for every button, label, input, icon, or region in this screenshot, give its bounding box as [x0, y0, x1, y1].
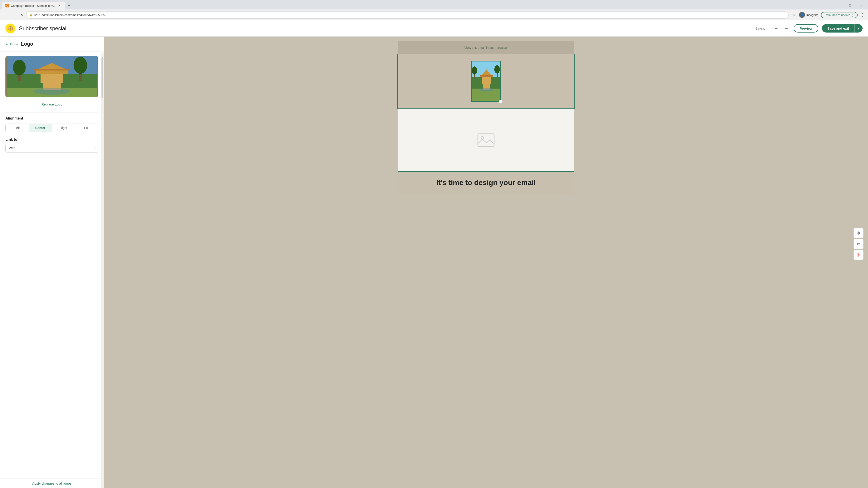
- tab-favicon: C: [5, 4, 9, 7]
- apply-changes-button[interactable]: Apply changes to all logos: [0, 479, 104, 488]
- done-label: Done: [10, 42, 18, 46]
- link-to-select[interactable]: Web Email Phone File: [5, 144, 98, 153]
- save-exit-button[interactable]: Save and exit: [822, 24, 855, 33]
- logo-canvas-svg: [472, 61, 501, 102]
- logo-temple-svg: [5, 56, 98, 97]
- lock-icon: 🔒: [29, 13, 33, 17]
- alignment-group: Left Center Right Full: [5, 124, 98, 132]
- canvas-area[interactable]: View this email in your browser: [104, 37, 868, 488]
- align-center-button[interactable]: Center: [29, 124, 52, 132]
- incognito-button[interactable]: 👤 Incognito: [797, 11, 820, 19]
- move-icon: ✥: [857, 231, 860, 236]
- mailchimp-logo-icon: 🐵: [7, 26, 13, 31]
- left-panel: ← Done Logo: [0, 37, 104, 488]
- mailchimp-logo: 🐵: [5, 24, 16, 33]
- header-actions: Saving... ↩ ↪ Preview Save and exit ▾: [755, 24, 863, 33]
- reload-button[interactable]: ↻: [18, 11, 25, 19]
- link-to-label: Link to: [5, 138, 98, 142]
- tab-bar: C Campaign Builder - Sample Tem... ✕ + ─…: [0, 0, 868, 9]
- footer-heading: It's time to design your email: [402, 178, 569, 187]
- duplicate-tool-button[interactable]: ⧉: [854, 239, 864, 249]
- window-controls: ─ ❐ ✕: [834, 2, 866, 9]
- svg-point-24: [472, 66, 477, 74]
- undo-redo-group: ↩ ↪: [772, 24, 790, 33]
- svg-point-9: [34, 88, 70, 95]
- delete-tool-button[interactable]: 🗑: [854, 250, 864, 260]
- preview-button[interactable]: Preview: [794, 24, 818, 33]
- done-button[interactable]: ← Done: [5, 42, 18, 46]
- incognito-avatar: 👤: [799, 12, 805, 18]
- relaunch-menu-icon: ⋮: [851, 13, 854, 17]
- redo-button[interactable]: ↪: [782, 24, 790, 33]
- forward-button[interactable]: →: [10, 11, 17, 19]
- view-in-browser-link[interactable]: View this email in your browser: [464, 46, 508, 50]
- logo-canvas-image[interactable]: [471, 61, 501, 102]
- incognito-label: Incognito: [806, 13, 818, 17]
- alignment-label: Alignment: [5, 116, 98, 121]
- link-select-wrapper: Web Email Phone File ▾: [5, 144, 98, 153]
- email-browser-link-bar: View this email in your browser: [398, 41, 574, 54]
- window-minimize-button[interactable]: ─: [834, 2, 844, 9]
- email-footer-section: It's time to design your email: [398, 172, 574, 194]
- svg-point-13: [74, 57, 87, 74]
- done-arrow-icon: ←: [5, 42, 9, 46]
- align-full-button[interactable]: Full: [75, 124, 98, 132]
- tab-title: Campaign Builder - Sample Tem...: [11, 4, 56, 7]
- back-button[interactable]: ←: [2, 11, 9, 19]
- bookmark-star-icon[interactable]: ☆: [792, 12, 796, 18]
- svg-rect-27: [478, 134, 494, 147]
- campaign-title[interactable]: Subbscriber special: [19, 25, 66, 32]
- browser-menu-button[interactable]: ⋮: [859, 11, 866, 18]
- divider-1: [5, 112, 98, 113]
- url-text: us21.admin.mailchimp.com/email/editor?id…: [34, 13, 786, 17]
- resize-handle[interactable]: [499, 100, 502, 103]
- undo-button[interactable]: ↩: [772, 24, 780, 33]
- email-canvas: View this email in your browser: [398, 41, 574, 484]
- canvas-tools: ✥ ⧉ 🗑: [854, 228, 864, 260]
- main-layout: ← Done Logo: [0, 37, 868, 488]
- save-exit-dropdown-button[interactable]: ▾: [855, 24, 863, 33]
- address-bar[interactable]: 🔒 us21.admin.mailchimp.com/email/editor?…: [26, 11, 789, 19]
- window-maximize-button[interactable]: ❐: [845, 2, 855, 9]
- saving-status: Saving...: [755, 26, 768, 30]
- svg-rect-20: [480, 75, 493, 76]
- nav-bar: ← → ↻ 🔒 us21.admin.mailchimp.com/email/e…: [0, 9, 868, 20]
- scroll-thumb[interactable]: [101, 57, 103, 98]
- panel-content: Replace Logo Alignment Left Center Right…: [0, 52, 104, 479]
- replace-logo-button[interactable]: Replace Logo: [5, 101, 98, 107]
- relaunch-label: Relaunch to update: [825, 13, 850, 17]
- svg-rect-18: [482, 76, 491, 84]
- svg-point-11: [13, 60, 26, 75]
- svg-point-22: [480, 88, 493, 92]
- save-exit-group: Save and exit ▾: [822, 24, 863, 33]
- logo-container[interactable]: [471, 61, 501, 102]
- image-placeholder-content: [477, 133, 495, 147]
- image-placeholder-icon: [477, 133, 495, 147]
- panel-scrollbar[interactable]: [101, 53, 104, 488]
- app-header: 🐵 Subbscriber special Saving... ↩ ↪ Prev…: [0, 20, 868, 37]
- email-logo-section[interactable]: [398, 54, 574, 108]
- panel-title: Logo: [21, 41, 33, 47]
- window-close-button[interactable]: ✕: [856, 2, 866, 9]
- svg-point-26: [494, 65, 500, 73]
- active-tab[interactable]: C Campaign Builder - Sample Tem... ✕: [2, 2, 65, 9]
- svg-point-28: [481, 136, 484, 139]
- move-tool-button[interactable]: ✥: [854, 228, 864, 238]
- delete-icon: 🗑: [857, 253, 861, 257]
- image-placeholder-section[interactable]: [398, 108, 574, 172]
- save-exit-dropdown-arrow: ▾: [858, 27, 860, 30]
- panel-header: ← Done Logo: [0, 37, 104, 52]
- duplicate-icon: ⧉: [857, 242, 860, 247]
- svg-rect-7: [34, 69, 70, 70]
- logo-section-content: [398, 54, 574, 108]
- relaunch-button[interactable]: Relaunch to update ⋮: [821, 12, 858, 18]
- logo-preview-image: [5, 56, 98, 97]
- align-left-button[interactable]: Left: [6, 124, 29, 132]
- align-right-button[interactable]: Right: [52, 124, 75, 132]
- tab-close-button[interactable]: ✕: [57, 4, 61, 8]
- new-tab-button[interactable]: +: [66, 2, 72, 9]
- browser-chrome: C Campaign Builder - Sample Tem... ✕ + ─…: [0, 0, 868, 20]
- nav-right-actions: ☆ 👤 Incognito Relaunch to update ⋮ ⋮: [792, 11, 866, 19]
